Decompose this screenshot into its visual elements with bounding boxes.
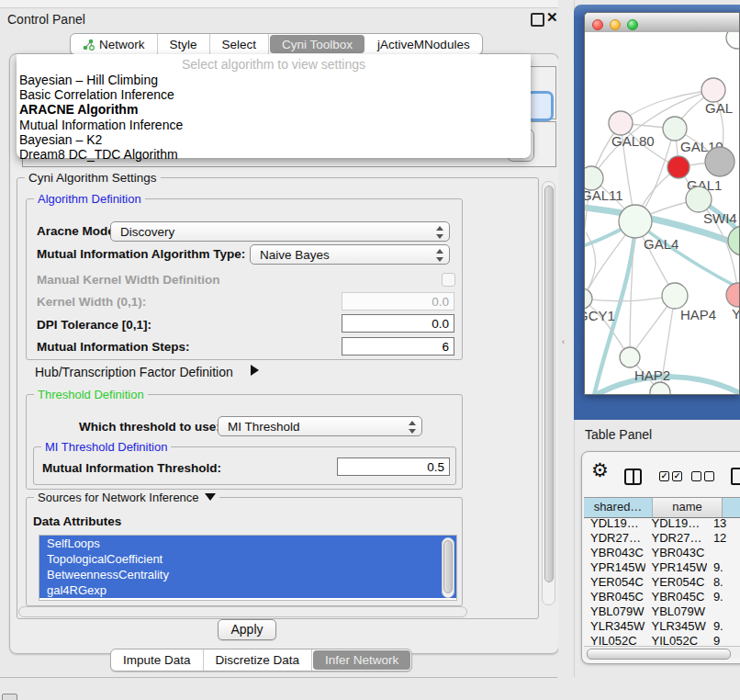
- expand-arrow-icon[interactable]: [251, 365, 259, 376]
- attribute-list-scroll-thumb[interactable]: [443, 540, 453, 593]
- mi-type-label: Mutual Information Algorithm Type:: [37, 247, 245, 261]
- control-panel-tabbar: NetworkStyleSelectCyni ToolboxjActiveMNo…: [70, 33, 483, 55]
- column-header-a[interactable]: A: [723, 498, 740, 517]
- algorithm-option-bayesian-hill-climbing[interactable]: Bayesian – Hill Climbing: [17, 73, 531, 87]
- settings-vertical-scrollbar[interactable]: [542, 181, 555, 605]
- which-threshold-combo[interactable]: MI Threshold: [218, 416, 422, 436]
- dpi-tolerance-field[interactable]: 0.0: [342, 314, 454, 333]
- close-icon[interactable]: ✕: [546, 9, 558, 26]
- table-row[interactable]: YDR27…YDR27…12: [584, 531, 740, 546]
- new-table-icon[interactable]: [731, 468, 740, 485]
- network-node-hap4[interactable]: [662, 283, 688, 309]
- kernel-width-field: 0.0: [342, 292, 454, 310]
- network-canvas[interactable]: GALGAL80GAL10GAL1GAL11SWI4GAL4GCY1HAP4YH…: [585, 32, 739, 394]
- mi-steps-label: Mutual Information Steps:: [37, 340, 190, 354]
- docked-panel-icon[interactable]: [2, 694, 17, 700]
- hub-section-label[interactable]: Hub/Transcription Factor Definition: [35, 365, 233, 379]
- threshold-definition-title: Threshold Definition: [34, 388, 148, 401]
- table-cell: YDL19…: [584, 516, 645, 531]
- table-cell: [707, 604, 740, 619]
- dpi-tolerance-label: DPI Tolerance [0,1]:: [37, 318, 151, 332]
- algorithm-option-bayesian-k2[interactable]: Bayesian – K2: [17, 132, 531, 147]
- table-cell: 9.: [707, 619, 740, 634]
- table-horizontal-scrollbar[interactable]: [584, 646, 740, 659]
- data-attributes-list: SelfLoopsTopologicalCoefficientBetweenne…: [39, 535, 457, 601]
- bottom-tab-infer-network[interactable]: Infer Network: [313, 650, 410, 670]
- algorithm-option-basic-correlation-inference[interactable]: Basic Correlation Inference: [17, 87, 531, 102]
- mi-threshold-field[interactable]: 0.5: [337, 457, 450, 476]
- collapse-arrow-icon[interactable]: [205, 493, 216, 501]
- network-node-gal[interactable]: [701, 78, 725, 102]
- mi-type-combo[interactable]: Naive Bayes: [250, 244, 450, 265]
- minimize-traffic-light[interactable]: [610, 19, 621, 30]
- table-scroll-thumb[interactable]: [587, 649, 731, 660]
- table-row[interactable]: YPR145WYPR145W9.: [584, 560, 740, 575]
- network-node-gal4[interactable]: [619, 205, 652, 238]
- table-cell: YER054C: [645, 575, 707, 590]
- network-node-gal1[interactable]: [667, 156, 690, 178]
- algorithm-option-mutual-information-inference[interactable]: Mutual Information Inference: [17, 118, 531, 132]
- table-cell: YPR145W: [584, 560, 645, 575]
- tab-style[interactable]: Style: [158, 34, 210, 54]
- attribute-item-betweennesscentrality[interactable]: BetweennessCentrality: [39, 567, 456, 582]
- table-row[interactable]: YDL19…YDL19…13: [584, 516, 740, 531]
- table-cell: YBR043C: [584, 546, 645, 560]
- settings-horizontal-scrollbar[interactable]: [18, 606, 467, 617]
- node-label: SWI4: [703, 210, 737, 226]
- table-row[interactable]: YBR045CYBR045C9.: [584, 590, 740, 604]
- column-header-name[interactable]: name: [653, 498, 723, 517]
- combo-arrows-icon: [408, 421, 415, 434]
- tab-cyni-toolbox[interactable]: Cyni Toolbox: [270, 35, 364, 53]
- divider-handle[interactable]: ‹: [562, 338, 567, 346]
- attribute-item-gal4rgexp[interactable]: gal4RGexp: [39, 582, 456, 598]
- tab-label: Style: [170, 38, 197, 51]
- table-cell: YLR345W: [645, 619, 707, 634]
- table-settings-gear-icon[interactable]: ⚙: [591, 460, 609, 480]
- network-node-gal10[interactable]: [663, 117, 687, 141]
- float-window-icon[interactable]: [531, 13, 544, 27]
- tab-jactivemnodules[interactable]: jActiveMNodules: [365, 34, 482, 54]
- bottom-tab-impute-data[interactable]: Impute Data: [111, 649, 204, 671]
- mi-steps-field[interactable]: 6: [342, 337, 454, 356]
- tab-network[interactable]: Network: [71, 34, 158, 54]
- network-node[interactable]: [726, 32, 739, 49]
- table-row[interactable]: YLR345WYLR345W9.: [584, 619, 740, 634]
- algorithm-option-dream8-dc-tdc-algorithm[interactable]: Dream8 DC_TDC Algorithm: [17, 147, 531, 162]
- network-node-swi4[interactable]: [686, 186, 712, 212]
- table-cell: YBL079W: [584, 604, 645, 619]
- clear-all-checks-icon[interactable]: [691, 471, 714, 481]
- network-node-y[interactable]: [726, 283, 739, 307]
- table-row[interactable]: YER054CYER054C8.: [584, 575, 740, 590]
- tab-label: Select: [222, 38, 257, 51]
- table-cell: YBR045C: [645, 590, 707, 604]
- network-window-titlebar[interactable]: [585, 13, 739, 33]
- footer-divider: [0, 677, 557, 678]
- mi-threshold-label: Mutual Information Threshold:: [42, 461, 221, 475]
- attribute-item-topologicalcoefficient[interactable]: TopologicalCoefficient: [39, 551, 456, 567]
- network-node[interactable]: [705, 147, 734, 176]
- node-label: GAL: [705, 100, 733, 116]
- table-cell: 13: [707, 516, 740, 531]
- bottom-tab-label: Discretize Data: [216, 653, 300, 667]
- attribute-item-selfloops[interactable]: SelfLoops: [39, 536, 456, 551]
- aracne-mode-combo[interactable]: Discovery: [110, 221, 450, 242]
- apply-button[interactable]: Apply: [218, 619, 276, 640]
- select-all-checks-icon[interactable]: ✓✓: [659, 471, 682, 481]
- network-node-hap2[interactable]: [620, 347, 640, 367]
- split-columns-icon[interactable]: [624, 469, 642, 485]
- algorithm-option-aracne-algorithm[interactable]: ARACNE Algorithm: [17, 102, 531, 117]
- settings-scroll-thumb[interactable]: [544, 186, 554, 582]
- close-traffic-light[interactable]: [592, 19, 603, 30]
- table-row[interactable]: YBR043CYBR043C: [584, 546, 740, 560]
- app-canvas: Control Panel ✕ NetworkStyleSelectCyni T…: [0, 0, 740, 700]
- network-node-gal80[interactable]: [609, 111, 633, 135]
- algorithm-dropdown-popup: Select algorithm to view settings Bayesi…: [17, 54, 531, 158]
- table-row[interactable]: YBL079WYBL079W: [584, 604, 740, 619]
- attribute-list-scrollbar[interactable]: [442, 537, 454, 598]
- tab-select[interactable]: Select: [210, 34, 270, 54]
- table-header-row: shared…nameA: [584, 497, 740, 518]
- zoom-traffic-light[interactable]: [627, 19, 638, 30]
- column-header-shared[interactable]: shared…: [584, 498, 653, 517]
- bottom-tab-discretize-data[interactable]: Discretize Data: [204, 649, 313, 671]
- dropdown-prompt: Select algorithm to view settings: [17, 57, 531, 72]
